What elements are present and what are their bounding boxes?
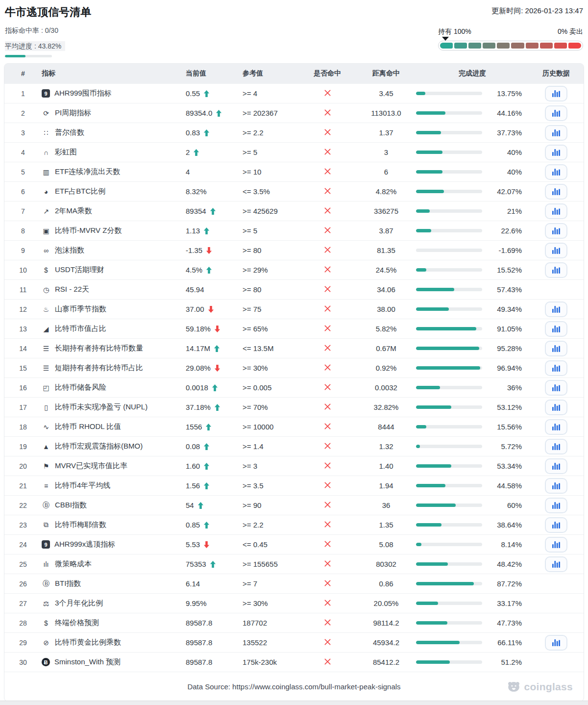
progress-fill xyxy=(416,347,479,350)
current-value: 0.55 xyxy=(186,89,200,98)
miss-x-icon xyxy=(324,109,331,118)
history-button[interactable] xyxy=(545,302,567,317)
history-button[interactable] xyxy=(545,380,567,396)
history-button[interactable] xyxy=(545,360,567,376)
table-row: 7 ↗ 2年MA乘数 89354 >= 425629 336275 21% xyxy=(4,201,584,221)
table-row: 5 ▥ ETF连续净流出天数 4 >= 10 6 40% xyxy=(4,162,584,181)
distance-value: 32.82% xyxy=(374,403,399,411)
distance-value: 4.82% xyxy=(376,187,397,196)
row-number: 30 xyxy=(19,658,27,666)
current-value: 8.32% xyxy=(186,187,207,196)
history-button[interactable] xyxy=(545,203,567,219)
history-button[interactable] xyxy=(545,321,567,337)
table-row: 19 ▲ 比特币宏观震荡指标(BMO) 0.08 >= 1.4 1.32 5.7… xyxy=(4,436,584,456)
battery-icon: ▯ xyxy=(42,403,50,411)
history-button[interactable] xyxy=(545,439,567,454)
row-number: 25 xyxy=(19,560,27,568)
history-button[interactable] xyxy=(545,105,567,121)
history-button[interactable] xyxy=(545,419,567,435)
progress-percent: 44.16% xyxy=(482,109,529,117)
signals-table: # 指标 当前值 参考值 是否命中 距离命中 完成进度 历史数据 1 9 AHR… xyxy=(4,63,584,702)
flame-icon: ♨ xyxy=(42,305,50,313)
distance-value: 24.5% xyxy=(376,266,397,274)
coinglass-bear-icon xyxy=(507,680,520,693)
table-row: 11 ◷ RSI - 22天 45.94 >= 80 34.06 57.43% xyxy=(4,279,584,299)
progress-bar xyxy=(416,249,482,252)
progress-bar xyxy=(416,151,482,154)
progress-fill xyxy=(416,405,451,409)
distance-value: 36 xyxy=(382,501,391,509)
reference-value: >= 3 xyxy=(243,462,257,470)
wave-icon: ∿ xyxy=(42,423,50,431)
history-button[interactable] xyxy=(545,262,567,278)
row-number: 10 xyxy=(19,266,27,274)
progress-bar xyxy=(416,347,482,350)
history-bars-icon xyxy=(552,266,561,274)
history-button[interactable] xyxy=(545,537,567,553)
hold-label: 持有 100% xyxy=(438,27,471,36)
indicator-name: USDT活期理财 xyxy=(55,265,104,275)
history-bars-icon xyxy=(552,207,561,215)
table-row: 10 $ USDT活期理财 4.5% >= 29% 24.5% 15.52% xyxy=(4,260,584,279)
row-number: 27 xyxy=(19,600,27,607)
history-button[interactable] xyxy=(545,556,567,572)
indicator-name: 比特币储备风险 xyxy=(55,383,106,392)
progress-percent: 87.72% xyxy=(482,579,529,588)
history-button[interactable] xyxy=(545,635,567,651)
reference-value: 135522 xyxy=(243,638,267,647)
history-button[interactable] xyxy=(545,145,567,160)
history-button[interactable] xyxy=(545,498,567,513)
reference-value: 175k-230k xyxy=(243,658,277,666)
history-button[interactable] xyxy=(545,223,567,239)
history-button[interactable] xyxy=(545,341,567,356)
distance-value: 38.00 xyxy=(377,305,395,313)
history-button[interactable] xyxy=(545,458,567,474)
miss-x-icon xyxy=(324,285,331,294)
progress-bar xyxy=(416,660,482,664)
indicator-name: 微策略成本 xyxy=(55,559,92,569)
gauge-segment xyxy=(568,43,581,49)
row-number: 8 xyxy=(21,227,25,235)
progress-fill xyxy=(416,445,420,448)
progress-percent: 47.73% xyxy=(482,619,529,627)
current-value: -1.35 xyxy=(186,246,202,254)
circle-b-icon: Ⓑ xyxy=(42,579,50,588)
trend-arrow-icon xyxy=(210,561,216,568)
history-button[interactable] xyxy=(545,125,567,141)
current-value: 1.13 xyxy=(186,227,200,235)
lines-icon: ≡ xyxy=(42,482,50,490)
history-button[interactable] xyxy=(545,184,567,200)
current-value: 1.60 xyxy=(186,462,200,470)
gauge-segment xyxy=(540,43,553,49)
trend-arrow-icon xyxy=(203,227,210,234)
hit-rate-label: 指标命中率 : 0/30 xyxy=(5,26,65,35)
table-footer: Data Source: https://www.coinglass.com/b… xyxy=(4,672,584,701)
row-number: 7 xyxy=(21,207,25,215)
current-value: 0.83 xyxy=(186,128,200,137)
indicator-name: 比特币-MVRV Z分数 xyxy=(55,226,122,235)
distance-value: 98114.2 xyxy=(373,619,399,627)
history-button[interactable] xyxy=(545,478,567,494)
row-number: 20 xyxy=(19,462,27,470)
col-reference: 参考值 xyxy=(243,69,263,78)
reference-value: <= 3.5% xyxy=(243,187,270,196)
history-button[interactable] xyxy=(545,243,567,258)
distance-value: 3 xyxy=(384,148,388,156)
row-number: 13 xyxy=(19,325,27,333)
gauge-segment xyxy=(497,43,510,49)
progress-fill xyxy=(416,543,421,546)
history-button[interactable] xyxy=(545,517,567,533)
progress-bar xyxy=(416,641,482,644)
history-button[interactable] xyxy=(545,86,567,101)
history-button[interactable] xyxy=(545,164,567,180)
table-row: 12 ♨ 山寨币季节指数 37.00 >= 75 38.00 49.34% xyxy=(4,299,584,319)
current-value: 9.95% xyxy=(186,599,207,607)
history-bars-icon xyxy=(552,541,561,548)
table-row: 21 ≡ 比特币4年平均线 1.56 >= 3.5 1.94 44.58% xyxy=(4,476,584,495)
trend-arrow-icon xyxy=(193,149,199,156)
progress-fill xyxy=(416,621,447,625)
progress-percent: 49.34% xyxy=(482,305,529,313)
history-button[interactable] xyxy=(545,400,567,415)
progress-fill xyxy=(416,366,480,370)
table-row: 2 ⟳ PI周期指标 89354.0 >= 202367 113013.0 44… xyxy=(4,103,584,123)
